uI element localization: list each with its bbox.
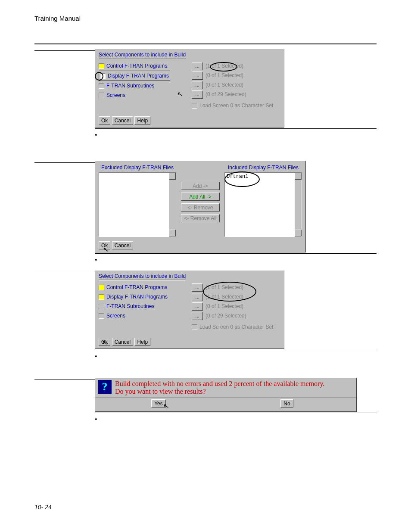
question-icon: ?	[98, 380, 112, 394]
label-display-ftran: Display F-TRAN Programs	[106, 294, 168, 300]
help-button[interactable]: Help	[134, 116, 150, 124]
build-result-message: ? Build completed with no errors and use…	[95, 378, 357, 412]
rule	[34, 272, 95, 272]
ellipsis-button[interactable]: …	[192, 62, 203, 70]
add-button[interactable]: Add ->	[181, 182, 220, 190]
page-header: Training Manual	[34, 15, 377, 22]
rule	[95, 413, 377, 413]
label-screens: Screens	[106, 92, 125, 98]
message-line-1: Build completed with no errors and used …	[115, 380, 324, 387]
status-text: (0 of 29 Selected)	[206, 313, 246, 319]
checkbox-ftran-subroutines[interactable]	[99, 304, 104, 309]
rule	[34, 50, 95, 51]
ellipsis-button[interactable]: …	[192, 90, 203, 99]
ellipsis-button[interactable]: …	[192, 312, 203, 320]
scrollbar[interactable]	[295, 173, 302, 236]
included-label: Included Display F-TRAN Files	[224, 165, 302, 171]
list-item[interactable]: Dftran1	[227, 174, 248, 180]
ok-button[interactable]: Ok	[99, 338, 110, 346]
rule	[34, 380, 95, 380]
scrollbar[interactable]	[169, 173, 176, 236]
no-button[interactable]: No	[280, 399, 293, 408]
help-button[interactable]: Help	[134, 338, 150, 346]
status-text: (0 of 1 Selected)	[206, 72, 243, 78]
remove-button[interactable]: <- Remove	[181, 203, 220, 212]
label-control-ftran: Control F-TRAN Programs	[106, 63, 167, 69]
status-text: (1 of 1 Selected)	[206, 63, 243, 69]
select-components-dialog-2: Select Components to include in Build Co…	[95, 270, 284, 349]
label-ftran-subroutines: F-TRAN Subroutines	[106, 303, 154, 309]
ellipsis-button[interactable]: …	[192, 283, 203, 292]
checkbox-screens[interactable]	[99, 93, 104, 98]
label-screens: Screens	[106, 313, 125, 319]
label-charset: Load Screen 0 as Character Set	[199, 324, 273, 330]
checkbox-display-ftran[interactable]	[99, 294, 104, 300]
rule	[34, 162, 95, 163]
excluded-label: Excluded Display F-TRAN Files	[99, 165, 176, 171]
dialog-title: Select Components to include in Build	[99, 273, 186, 280]
checkbox-display-ftran[interactable]	[100, 73, 106, 79]
excluded-listbox[interactable]	[99, 172, 176, 237]
rule	[95, 253, 377, 254]
add-all-button[interactable]: Add All ->	[181, 193, 220, 201]
label-display-ftran: Display F-TRAN Programs	[108, 73, 169, 79]
checkbox-charset[interactable]	[192, 324, 197, 330]
status-text: (1 of 1 Selected)	[206, 294, 243, 300]
include-exclude-dialog: Excluded Display F-TRAN Files Add -> Add…	[95, 161, 306, 252]
ellipsis-button[interactable]: …	[192, 72, 203, 80]
ok-button[interactable]: Ok	[99, 241, 110, 249]
label-charset: Load Screen 0 as Character Set	[199, 103, 273, 109]
ellipsis-button[interactable]: …	[192, 81, 203, 89]
bullet: •	[95, 131, 377, 139]
bullet: •	[95, 256, 377, 264]
select-components-dialog-1: Select Components to include in Build Co…	[95, 49, 284, 128]
dialog-title: Select Components to include in Build	[99, 52, 186, 59]
remove-all-button[interactable]: <- Remove All	[181, 214, 220, 222]
page-number: 10- 24	[34, 504, 52, 510]
bullet: •	[95, 416, 377, 423]
ok-button[interactable]: Ok	[99, 116, 110, 124]
yes-button[interactable]: Yes	[151, 399, 166, 408]
label-ftran-subroutines: F-TRAN Subroutines	[106, 83, 154, 89]
label-control-ftran: Control F-TRAN Programs	[106, 284, 167, 290]
rule	[95, 350, 377, 350]
message-line-2: Do you want to view the results?	[115, 388, 206, 395]
bullet: •	[95, 353, 377, 361]
ellipsis-button[interactable]: …	[192, 293, 203, 301]
rule	[34, 44, 377, 44]
cancel-button[interactable]: Cancel	[112, 116, 133, 124]
cancel-button[interactable]: Cancel	[112, 241, 133, 249]
status-text: (0 of 1 Selected)	[206, 303, 243, 309]
cancel-button[interactable]: Cancel	[112, 338, 133, 346]
status-text: (0 of 29 Selected)	[206, 91, 246, 97]
rule	[95, 128, 377, 129]
included-listbox[interactable]: Dftran1	[224, 172, 302, 237]
checkbox-control-ftran[interactable]	[99, 285, 104, 290]
checkbox-charset[interactable]	[192, 103, 197, 109]
checkbox-screens[interactable]	[99, 313, 104, 319]
checkbox-control-ftran[interactable]	[99, 63, 104, 69]
status-text: (1 of 1 Selected)	[206, 284, 243, 290]
status-text: (0 of 1 Selected)	[206, 82, 243, 88]
ellipsis-button[interactable]: …	[192, 302, 203, 311]
checkbox-ftran-subroutines[interactable]	[99, 83, 104, 89]
